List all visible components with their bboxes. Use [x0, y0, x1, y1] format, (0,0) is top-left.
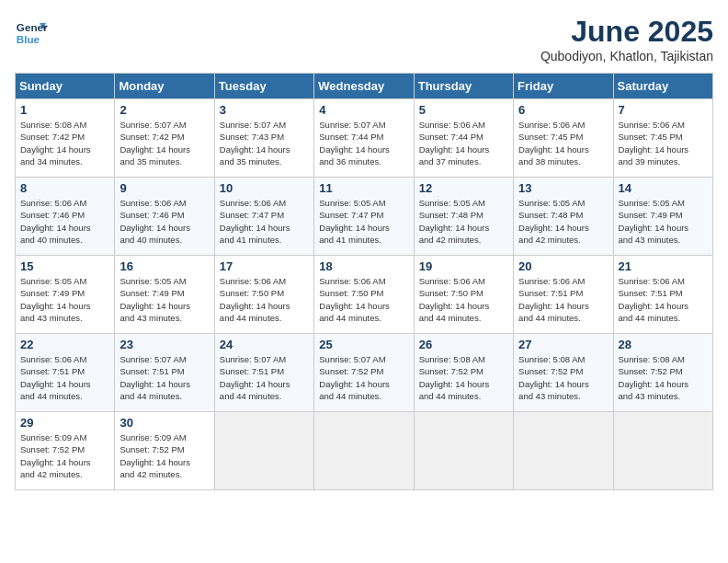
day-number: 11 [319, 181, 408, 195]
cell-data: Sunrise: 5:07 AMSunset: 7:51 PMDaylight:… [119, 353, 209, 402]
cell-data: Sunrise: 5:05 AMSunset: 7:49 PMDaylight:… [119, 275, 209, 324]
calendar-table: SundayMondayTuesdayWednesdayThursdayFrid… [15, 73, 713, 490]
day-number: 3 [220, 103, 309, 117]
cell-data: Sunrise: 5:06 AMSunset: 7:50 PMDaylight:… [419, 275, 508, 324]
calendar-cell-29: 29Sunrise: 5:09 AMSunset: 7:52 PMDayligh… [16, 412, 115, 490]
cell-data: Sunrise: 5:08 AMSunset: 7:52 PMDaylight:… [619, 353, 708, 402]
calendar-cell-14: 14Sunrise: 5:05 AMSunset: 7:49 PMDayligh… [613, 178, 712, 256]
empty-cell [314, 412, 414, 490]
calendar-week-2: 8Sunrise: 5:06 AMSunset: 7:46 PMDaylight… [16, 178, 713, 256]
day-number: 26 [419, 338, 508, 351]
svg-text:Blue: Blue [17, 33, 40, 45]
cell-data: Sunrise: 5:06 AMSunset: 7:50 PMDaylight:… [220, 275, 309, 324]
day-header-friday: Friday [514, 74, 613, 99]
calendar-cell-28: 28Sunrise: 5:08 AMSunset: 7:52 PMDayligh… [613, 334, 712, 412]
calendar-cell-17: 17Sunrise: 5:06 AMSunset: 7:50 PMDayligh… [214, 256, 313, 334]
logo: General Blue [15, 15, 48, 48]
day-number: 14 [619, 181, 708, 195]
calendar-cell-3: 3Sunrise: 5:07 AMSunset: 7:43 PMDaylight… [214, 99, 313, 178]
cell-data: Sunrise: 5:09 AMSunset: 7:52 PMDaylight:… [20, 431, 109, 480]
calendar-cell-21: 21Sunrise: 5:06 AMSunset: 7:51 PMDayligh… [613, 256, 712, 334]
calendar-week-1: 1Sunrise: 5:08 AMSunset: 7:42 PMDaylight… [16, 99, 713, 178]
location-title: Qubodiyon, Khatlon, Tajikistan [540, 49, 713, 63]
calendar-cell-6: 6Sunrise: 5:06 AMSunset: 7:45 PMDaylight… [514, 99, 613, 178]
cell-data: Sunrise: 5:08 AMSunset: 7:52 PMDaylight:… [419, 353, 508, 402]
calendar-week-4: 22Sunrise: 5:06 AMSunset: 7:51 PMDayligh… [16, 334, 713, 412]
calendar-cell-16: 16Sunrise: 5:05 AMSunset: 7:49 PMDayligh… [115, 256, 214, 334]
day-number: 6 [518, 103, 608, 117]
day-header-saturday: Saturday [613, 74, 712, 99]
day-number: 22 [20, 338, 109, 351]
cell-data: Sunrise: 5:06 AMSunset: 7:46 PMDaylight:… [119, 197, 209, 246]
day-number: 28 [619, 338, 708, 351]
calendar-cell-10: 10Sunrise: 5:06 AMSunset: 7:47 PMDayligh… [214, 178, 313, 256]
cell-data: Sunrise: 5:05 AMSunset: 7:49 PMDaylight:… [20, 275, 109, 324]
calendar-cell-26: 26Sunrise: 5:08 AMSunset: 7:52 PMDayligh… [414, 334, 513, 412]
cell-data: Sunrise: 5:06 AMSunset: 7:44 PMDaylight:… [419, 119, 508, 167]
cell-data: Sunrise: 5:06 AMSunset: 7:51 PMDaylight:… [619, 275, 708, 324]
calendar-cell-27: 27Sunrise: 5:08 AMSunset: 7:52 PMDayligh… [514, 334, 613, 412]
header-row: SundayMondayTuesdayWednesdayThursdayFrid… [16, 74, 713, 99]
cell-data: Sunrise: 5:05 AMSunset: 7:47 PMDaylight:… [319, 197, 408, 246]
day-number: 27 [518, 338, 608, 351]
cell-data: Sunrise: 5:07 AMSunset: 7:52 PMDaylight:… [319, 353, 408, 402]
day-header-sunday: Sunday [16, 74, 115, 99]
cell-data: Sunrise: 5:06 AMSunset: 7:45 PMDaylight:… [619, 119, 708, 167]
day-number: 17 [220, 259, 309, 273]
calendar-cell-19: 19Sunrise: 5:06 AMSunset: 7:50 PMDayligh… [414, 256, 513, 334]
empty-cell [414, 412, 513, 490]
cell-data: Sunrise: 5:05 AMSunset: 7:48 PMDaylight:… [518, 197, 608, 246]
empty-cell [514, 412, 613, 490]
calendar-cell-9: 9Sunrise: 5:06 AMSunset: 7:46 PMDaylight… [115, 178, 214, 256]
calendar-cell-23: 23Sunrise: 5:07 AMSunset: 7:51 PMDayligh… [115, 334, 214, 412]
day-number: 18 [319, 259, 408, 273]
calendar-cell-30: 30Sunrise: 5:09 AMSunset: 7:52 PMDayligh… [115, 412, 214, 490]
calendar-cell-8: 8Sunrise: 5:06 AMSunset: 7:46 PMDaylight… [16, 178, 115, 256]
day-number: 23 [119, 338, 209, 351]
cell-data: Sunrise: 5:07 AMSunset: 7:42 PMDaylight:… [119, 119, 209, 167]
calendar-cell-11: 11Sunrise: 5:05 AMSunset: 7:47 PMDayligh… [314, 178, 414, 256]
day-number: 10 [220, 181, 309, 195]
day-number: 2 [119, 103, 209, 117]
title-block: June 2025 Qubodiyon, Khatlon, Tajikistan [540, 15, 713, 63]
cell-data: Sunrise: 5:07 AMSunset: 7:43 PMDaylight:… [220, 119, 309, 167]
day-number: 16 [119, 259, 209, 273]
day-number: 15 [20, 259, 109, 273]
day-header-tuesday: Tuesday [214, 74, 313, 99]
cell-data: Sunrise: 5:06 AMSunset: 7:47 PMDaylight:… [220, 197, 309, 246]
calendar-cell-25: 25Sunrise: 5:07 AMSunset: 7:52 PMDayligh… [314, 334, 414, 412]
calendar-week-3: 15Sunrise: 5:05 AMSunset: 7:49 PMDayligh… [16, 256, 713, 334]
cell-data: Sunrise: 5:06 AMSunset: 7:50 PMDaylight:… [319, 275, 408, 324]
calendar-cell-1: 1Sunrise: 5:08 AMSunset: 7:42 PMDaylight… [16, 99, 115, 178]
day-number: 7 [619, 103, 708, 117]
calendar-cell-4: 4Sunrise: 5:07 AMSunset: 7:44 PMDaylight… [314, 99, 414, 178]
cell-data: Sunrise: 5:07 AMSunset: 7:51 PMDaylight:… [220, 353, 309, 402]
day-number: 29 [20, 416, 109, 430]
day-number: 8 [20, 181, 109, 195]
month-title: June 2025 [540, 15, 713, 49]
calendar-cell-13: 13Sunrise: 5:05 AMSunset: 7:48 PMDayligh… [514, 178, 613, 256]
day-header-thursday: Thursday [414, 74, 513, 99]
cell-data: Sunrise: 5:06 AMSunset: 7:51 PMDaylight:… [20, 353, 109, 402]
calendar-cell-20: 20Sunrise: 5:06 AMSunset: 7:51 PMDayligh… [514, 256, 613, 334]
cell-data: Sunrise: 5:05 AMSunset: 7:48 PMDaylight:… [419, 197, 508, 246]
cell-data: Sunrise: 5:06 AMSunset: 7:46 PMDaylight:… [20, 197, 109, 246]
calendar-cell-15: 15Sunrise: 5:05 AMSunset: 7:49 PMDayligh… [16, 256, 115, 334]
calendar-cell-7: 7Sunrise: 5:06 AMSunset: 7:45 PMDaylight… [613, 99, 712, 178]
calendar-cell-2: 2Sunrise: 5:07 AMSunset: 7:42 PMDaylight… [115, 99, 214, 178]
day-number: 5 [419, 103, 508, 117]
calendar-week-5: 29Sunrise: 5:09 AMSunset: 7:52 PMDayligh… [16, 412, 713, 490]
empty-cell [214, 412, 313, 490]
day-header-wednesday: Wednesday [314, 74, 414, 99]
cell-data: Sunrise: 5:07 AMSunset: 7:44 PMDaylight:… [319, 119, 408, 167]
day-number: 19 [419, 259, 508, 273]
day-number: 21 [619, 259, 708, 273]
day-number: 9 [119, 181, 209, 195]
day-number: 4 [319, 103, 408, 117]
page-header: General Blue June 2025 Qubodiyon, Khatlo… [15, 15, 713, 63]
day-header-monday: Monday [115, 74, 214, 99]
empty-cell [613, 412, 712, 490]
calendar-cell-24: 24Sunrise: 5:07 AMSunset: 7:51 PMDayligh… [214, 334, 313, 412]
cell-data: Sunrise: 5:09 AMSunset: 7:52 PMDaylight:… [119, 431, 209, 480]
day-number: 30 [119, 416, 209, 430]
